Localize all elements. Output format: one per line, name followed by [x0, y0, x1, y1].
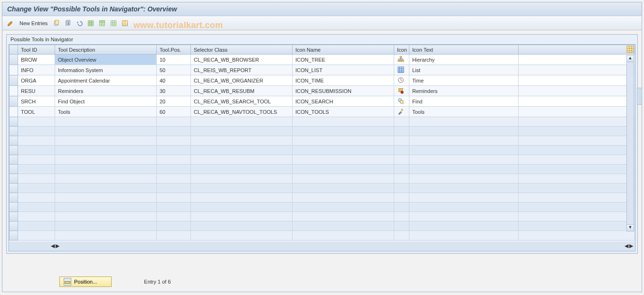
row-selector[interactable]: [9, 117, 18, 127]
cell-empty: [394, 146, 409, 155]
cell-tool-desc[interactable]: Tools: [55, 107, 157, 117]
scroll-left-end-icon[interactable]: ◀: [625, 243, 628, 249]
table-row[interactable]: SRCHFind Object20CL_RECA_WB_SEARCH_TOOLI…: [9, 96, 635, 107]
cell-icon-text[interactable]: List: [409, 65, 519, 75]
cell-empty: [394, 203, 409, 212]
copy-as-icon[interactable]: [51, 18, 62, 28]
col-tool-desc[interactable]: Tool Description: [55, 45, 157, 55]
cell-empty: [157, 221, 191, 231]
row-selector[interactable]: [9, 65, 18, 75]
toggle-display-change-icon[interactable]: [5, 18, 16, 28]
cell-tool-id[interactable]: TOOL: [18, 107, 55, 117]
cell-icon-text[interactable]: Hierarchy: [409, 55, 519, 65]
cell-selector-class[interactable]: CL_RECA_WB_NAVTOOL_TOOLS: [191, 107, 293, 117]
table-row[interactable]: INFOInformation System50CL_REIS_WB_REPOR…: [9, 65, 635, 75]
cell-tool-desc[interactable]: Reminders: [55, 86, 157, 96]
cell-tool-pos[interactable]: 30: [157, 86, 191, 96]
col-icon-name[interactable]: Icon Name: [293, 45, 394, 55]
delete-icon[interactable]: [63, 18, 73, 28]
cell-tool-pos[interactable]: 10: [157, 55, 191, 65]
cell-icon-text[interactable]: Reminders: [409, 86, 519, 96]
row-selector[interactable]: [9, 212, 18, 221]
undo-change-icon[interactable]: [74, 18, 85, 28]
scroll-right-step-icon[interactable]: ▶: [56, 243, 59, 249]
cell-empty: [519, 184, 635, 193]
cell-empty: [409, 165, 519, 174]
cell-selector-class[interactable]: CL_REIS_WB_REPORT: [191, 65, 293, 75]
cell-tool-id[interactable]: INFO: [18, 65, 55, 75]
new-entries-button[interactable]: New Entries: [17, 18, 50, 28]
cell-empty: [55, 221, 157, 231]
row-selector[interactable]: [9, 146, 18, 155]
cell-tool-desc[interactable]: Find Object: [55, 96, 157, 107]
table-row-empty: [9, 221, 635, 231]
row-selector[interactable]: [9, 136, 18, 146]
cell-icon-name[interactable]: ICON_LIST: [293, 65, 394, 75]
cell-icon-text[interactable]: Tools: [409, 107, 519, 117]
col-tool-pos[interactable]: Tool.Pos.: [157, 45, 191, 55]
cell-tool-desc[interactable]: Object Overview: [55, 55, 157, 65]
configure-columns-icon[interactable]: [626, 46, 634, 53]
row-selector[interactable]: [9, 193, 18, 203]
cell-icon-text[interactable]: Time: [409, 75, 519, 86]
cell-tool-pos[interactable]: 50: [157, 65, 191, 75]
select-all-corner[interactable]: [9, 45, 18, 55]
cell-empty: [18, 136, 55, 146]
scroll-up-icon[interactable]: ▲: [627, 55, 634, 62]
vertical-scrollbar[interactable]: ▲ ▼: [626, 55, 634, 231]
scroll-left-icon[interactable]: ◀: [51, 243, 55, 249]
row-selector[interactable]: [9, 75, 18, 86]
row-selector[interactable]: [9, 165, 18, 174]
col-tool-id[interactable]: Tool ID: [18, 45, 55, 55]
row-selector[interactable]: [9, 86, 18, 96]
row-selector[interactable]: [9, 221, 18, 231]
cell-tool-pos[interactable]: 60: [157, 107, 191, 117]
cell-icon-name[interactable]: ICON_RESUBMISSION: [293, 86, 394, 96]
print-bc-set-icon[interactable]: [120, 18, 130, 28]
cell-selector-class[interactable]: CL_RECA_WB_BROWSER: [191, 55, 293, 65]
table-row[interactable]: BROWObject Overview10CL_RECA_WB_BROWSERI…: [9, 55, 635, 65]
side-grip[interactable]: [637, 88, 642, 105]
cell-selector-class[interactable]: CL_RECA_WB_RESUBM: [191, 86, 293, 96]
row-selector[interactable]: [9, 127, 18, 136]
table-row[interactable]: ORGAAppointment Calendar40CL_RECA_WB_ORG…: [9, 75, 635, 86]
col-icon-text[interactable]: Icon Text: [409, 45, 519, 55]
cell-icon-name[interactable]: ICON_TREE: [293, 55, 394, 65]
scroll-down-icon[interactable]: ▼: [627, 224, 634, 231]
cell-selector-class[interactable]: CL_RECA_WB_SEARCH_TOOL: [191, 96, 293, 107]
cell-tool-desc[interactable]: Information System: [55, 65, 157, 75]
row-selector[interactable]: [9, 231, 18, 240]
cell-tool-pos[interactable]: 20: [157, 96, 191, 107]
cell-empty: [157, 146, 191, 155]
cell-empty: [18, 203, 55, 212]
table-row[interactable]: TOOLTools60CL_RECA_WB_NAVTOOL_TOOLSICON_…: [9, 107, 635, 117]
col-icon[interactable]: Icon: [394, 45, 409, 55]
select-block-icon[interactable]: [97, 18, 107, 28]
row-selector[interactable]: [9, 155, 18, 165]
select-all-icon[interactable]: [85, 18, 96, 28]
row-selector[interactable]: [9, 55, 18, 65]
cell-tool-id[interactable]: BROW: [18, 55, 55, 65]
col-selector-class[interactable]: Selector Class: [191, 45, 293, 55]
svg-rect-12: [400, 60, 402, 62]
position-button[interactable]: Position...: [59, 277, 112, 287]
scroll-right-icon[interactable]: ▶: [629, 243, 633, 249]
row-selector[interactable]: [9, 107, 18, 117]
row-selector[interactable]: [9, 174, 18, 184]
cell-tool-id[interactable]: RESU: [18, 86, 55, 96]
deselect-all-icon[interactable]: [108, 18, 119, 28]
row-selector[interactable]: [9, 184, 18, 193]
cell-tool-pos[interactable]: 40: [157, 75, 191, 86]
row-selector[interactable]: [9, 203, 18, 212]
cell-selector-class[interactable]: CL_RECA_WB_ORGANIZER: [191, 75, 293, 86]
cell-icon-text[interactable]: Find: [409, 96, 519, 107]
cell-icon-name[interactable]: ICON_SEARCH: [293, 96, 394, 107]
cell-icon-name[interactable]: ICON_TOOLS: [293, 107, 394, 117]
row-selector[interactable]: [9, 96, 18, 107]
table-row[interactable]: RESUReminders30CL_RECA_WB_RESUBMICON_RES…: [9, 86, 635, 96]
cell-tool-id[interactable]: ORGA: [18, 75, 55, 86]
cell-tool-desc[interactable]: Appointment Calendar: [55, 75, 157, 86]
table-row-empty: [9, 155, 635, 165]
cell-icon-name[interactable]: ICON_TIME: [293, 75, 394, 86]
cell-tool-id[interactable]: SRCH: [18, 96, 55, 107]
